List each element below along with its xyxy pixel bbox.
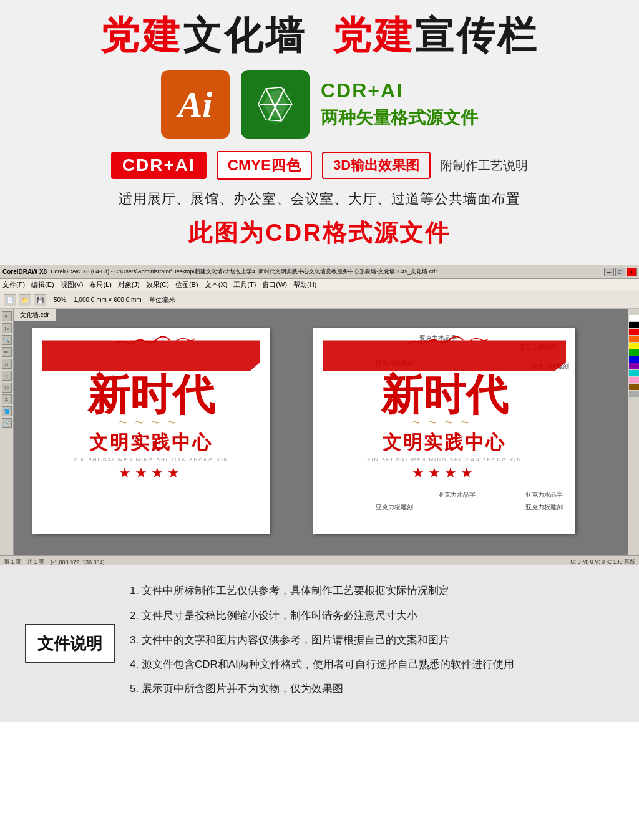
red-banner-left bbox=[42, 340, 260, 371]
software-text: CDR+AI 两种矢量格式源文件 bbox=[321, 79, 478, 130]
bottom-section: 文件说明 1. 文件中所标制作工艺仅供参考，具体制作工艺要根据实际情况制定 2.… bbox=[0, 565, 639, 722]
cdr-screen: CorelDRAW X8 CorelDRAW X8 (64-Bit) - C:\… bbox=[0, 265, 639, 565]
swatch-brown[interactable] bbox=[629, 384, 639, 390]
app-name-label: CorelDRAW X8 bbox=[2, 268, 47, 275]
pinyin-right: XIN SHI DAI WEN MING SHI JIAN ZHONG XIN bbox=[367, 457, 522, 462]
tool-zoom[interactable]: 🔍 bbox=[2, 335, 12, 345]
tool-shape[interactable]: ▷ bbox=[2, 323, 12, 333]
swatch-red[interactable] bbox=[629, 329, 639, 335]
top-section: 党建文化墙 党建宣传栏 Ai CDR+AI 两种矢量格式源文 bbox=[0, 0, 639, 265]
stars-right: ★★★★ bbox=[412, 465, 477, 481]
cdr-titlebar: CorelDRAW X8 CorelDRAW X8 (64-Bit) - C:\… bbox=[0, 265, 639, 279]
file-note-badge: 文件说明 bbox=[25, 624, 115, 663]
tool-select[interactable]: ↖ bbox=[2, 311, 12, 321]
cdr-canvas[interactable]: 文化墙.cdr bbox=[14, 309, 628, 555]
tool-eyedrop[interactable]: 💉 bbox=[2, 418, 12, 428]
note-item-3: 3. 文件中的文字和图片内容仅供参考，图片请根据自己的文案和图片 bbox=[130, 632, 614, 648]
swatch-purple[interactable] bbox=[629, 363, 639, 369]
tool-text[interactable]: A bbox=[2, 394, 12, 404]
badge-note: 附制作工艺说明 bbox=[441, 157, 528, 174]
canvas-page-right: 亚克力水晶字 亚克力板雕刻 亚克力板雕刻 亚克力板雕刻 bbox=[313, 328, 575, 534]
toolbar-save[interactable]: 💾 bbox=[34, 294, 46, 306]
badge-3d-output: 3D输出效果图 bbox=[322, 152, 431, 179]
file-tab[interactable]: 文化墙.cdr bbox=[14, 309, 56, 321]
format-line2: 两种矢量格式源文件 bbox=[321, 106, 478, 130]
xinshidai-right: 新时代 bbox=[381, 374, 508, 415]
menu-help[interactable]: 帮助(H) bbox=[293, 280, 316, 290]
cdr-icon bbox=[241, 70, 310, 139]
note-item-1: 1. 文件中所标制作工艺仅供参考，具体制作工艺要根据实际情况制定 bbox=[130, 582, 614, 599]
badge-cdr-ai: CDR+AI bbox=[111, 152, 207, 179]
swatch-orange[interactable] bbox=[629, 336, 639, 342]
cdr-toolbox: ↖ ▷ 🔍 ✏ □ ○ ⬠ A 🪣 💉 bbox=[0, 309, 14, 555]
tool-freehand[interactable]: ✏ bbox=[2, 347, 12, 357]
menu-view[interactable]: 视图(V) bbox=[61, 280, 84, 290]
swatch-green[interactable] bbox=[629, 349, 639, 356]
swatch-white[interactable] bbox=[629, 315, 639, 321]
swatch-gray[interactable] bbox=[629, 391, 639, 397]
swatch-blue[interactable] bbox=[629, 356, 639, 363]
color-swatches bbox=[629, 315, 639, 397]
cloud-deco-right: 〜〜〜〜 bbox=[412, 418, 477, 429]
badges-row: CDR+AI CMYE四色 3D输出效果图 附制作工艺说明 bbox=[25, 151, 614, 180]
cloud-deco-left: 〜〜〜〜 bbox=[119, 418, 183, 429]
description-text: 适用展厅、展馆、办公室、会议室、大厅、过道等公共墙面布置 bbox=[25, 190, 614, 208]
note-item-2: 2. 文件尺寸是投稿比例缩小设计，制作时请务必注意尺寸大小 bbox=[130, 607, 614, 624]
format-line1: CDR+AI bbox=[321, 79, 478, 102]
menu-window[interactable]: 窗口(W) bbox=[262, 280, 287, 290]
minimize-button[interactable]: ─ bbox=[604, 268, 614, 276]
file-tab-label: 文化墙.cdr bbox=[20, 311, 49, 320]
badge-cmyk: CMYE四色 bbox=[217, 151, 312, 180]
title-xuanchuan: 宣传栏 bbox=[415, 14, 539, 57]
page-indicator: 第 1 页，共 1 页 bbox=[4, 558, 44, 565]
close-button[interactable]: × bbox=[627, 268, 637, 276]
wenmingzhx-left: 文明实践中心 bbox=[89, 430, 213, 456]
menu-text[interactable]: 文本(X) bbox=[205, 280, 228, 290]
note-item-4: 4. 源文件包含CDR和AI两种文件格式，使用者可自行选择自己熟悉的软件进行使用 bbox=[130, 656, 614, 673]
zoom-label: 50% bbox=[54, 296, 66, 303]
cdr-window-controls: ─ □ × bbox=[604, 268, 637, 276]
swatch-black[interactable] bbox=[629, 322, 639, 328]
swatch-pink[interactable] bbox=[629, 377, 639, 383]
title-dangjiang-1: 党建 bbox=[100, 14, 183, 57]
pinyin-left: XIN SHI DAI WEN MING SHI JIAN ZHONG XIN bbox=[74, 457, 228, 462]
cdr-color-panel bbox=[628, 309, 639, 555]
toolbar-new[interactable]: 📄 bbox=[4, 294, 16, 306]
notes-list: 1. 文件中所标制作工艺仅供参考，具体制作工艺要根据实际情况制定 2. 文件尺寸… bbox=[130, 582, 614, 705]
menu-tools[interactable]: 工具(T) bbox=[233, 280, 256, 290]
restore-button[interactable]: □ bbox=[615, 268, 625, 276]
tool-ellipse[interactable]: ○ bbox=[2, 371, 12, 381]
acrylic-label-6: 亚克力水晶字 bbox=[525, 491, 563, 499]
design-left: 新时代 〜〜〜〜 文明实践中心 XIN SHI DAI WEN MING SHI… bbox=[32, 328, 270, 534]
swatch-cyan[interactable] bbox=[629, 370, 639, 376]
menu-effect[interactable]: 效果(C) bbox=[146, 280, 169, 290]
note-item-5: 5. 展示页中所含图片并不为实物，仅为效果图 bbox=[130, 680, 614, 697]
red-banner-right bbox=[323, 340, 566, 371]
acrylic-label-5: 亚克力水晶字 bbox=[438, 491, 476, 499]
tool-rect[interactable]: □ bbox=[2, 359, 12, 369]
size-label: 1,000.0 mm × 600.0 mm bbox=[74, 296, 142, 303]
toolbar-open[interactable]: 📁 bbox=[19, 294, 31, 306]
tool-fill[interactable]: 🪣 bbox=[2, 406, 12, 416]
menu-object[interactable]: 对象(J) bbox=[118, 280, 140, 290]
software-row: Ai CDR+AI 两种矢量格式源文件 bbox=[25, 70, 614, 139]
title-dangjiang-2: 党建 bbox=[333, 14, 415, 57]
cdr-toolbar: 📄 📁 💾 50% 1,000.0 mm × 600.0 mm 单位:毫米 bbox=[0, 291, 639, 309]
title-wenhua: 文化墙 bbox=[183, 14, 306, 57]
stars-left: ★★★★ bbox=[119, 465, 183, 481]
wenmingzhx-right: 文明实践中心 bbox=[383, 430, 506, 456]
menu-layout[interactable]: 布局(L) bbox=[89, 280, 111, 290]
swatch-yellow[interactable] bbox=[629, 343, 639, 349]
cdr-statusbar: 第 1 页，共 1 页 (-1,008.972, 136.084) C: 0 M… bbox=[0, 555, 639, 565]
menu-file[interactable]: 文件(F) bbox=[2, 280, 25, 290]
cdr-svg bbox=[247, 76, 303, 132]
menu-bitmap[interactable]: 位图(B) bbox=[175, 280, 198, 290]
units-label: 单位:毫米 bbox=[149, 296, 176, 305]
main-title: 党建文化墙 党建宣传栏 bbox=[25, 12, 614, 59]
cdr-canvas-area: ↖ ▷ 🔍 ✏ □ ○ ⬠ A 🪣 💉 文化墙.cdr bbox=[0, 309, 639, 555]
cdr-file-path: CorelDRAW X8 (64-Bit) - C:\Users\Adminis… bbox=[51, 268, 604, 276]
menu-edit[interactable]: 编辑(E) bbox=[31, 280, 54, 290]
acrylic-label-4: 亚克力板雕刻 bbox=[376, 503, 413, 512]
acrylic-label-7: 亚克力板雕刻 bbox=[525, 503, 563, 512]
tool-polygon[interactable]: ⬠ bbox=[2, 383, 12, 393]
